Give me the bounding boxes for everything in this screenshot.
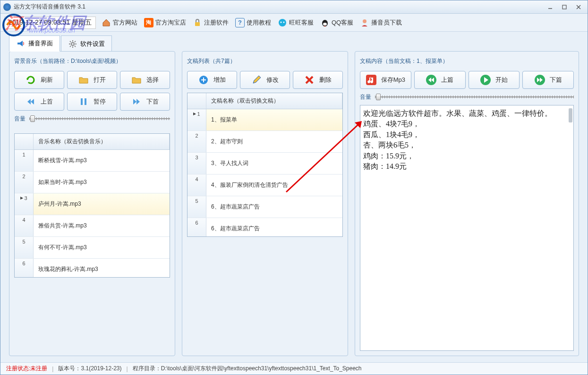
doc-name: 6、超市蔬菜店广告 — [206, 218, 342, 237]
prev-doc-button[interactable]: 上篇 — [414, 71, 466, 89]
col-music-name: 音乐名称（双击切换音乐） — [34, 134, 170, 149]
music-name: 如果当时-许嵩.mp3 — [34, 172, 170, 193]
music-row[interactable]: 6玫瑰花的葬礼-许嵩.mp3 — [15, 259, 170, 278]
row-number: 5 — [187, 196, 206, 218]
docs-grid: 文稿名称（双击切换文稿） 11、报菜单22、超市守则33、寻人找人词44、服装厂… — [187, 93, 343, 237]
play-icon — [480, 75, 491, 85]
next-icon — [131, 96, 142, 107]
doc-row[interactable]: 33、寻人找人词 — [187, 153, 342, 174]
delete-icon — [304, 75, 315, 85]
next-track-button[interactable]: 下首 — [120, 93, 170, 111]
pause-button[interactable]: 暂停 — [67, 93, 117, 111]
svg-line-20 — [75, 41, 76, 42]
megaphone-icon — [16, 39, 26, 48]
col-doc-name: 文稿名称（双击切换文稿） — [206, 93, 342, 109]
music-name: 玫瑰花的葬礼-许嵩.mp3 — [34, 259, 170, 278]
next-doc-button[interactable]: 下篇 — [522, 71, 574, 89]
doc-row[interactable]: 66、超市蔬菜店广告 — [187, 218, 342, 237]
svg-line-18 — [75, 46, 76, 47]
svg-rect-22 — [85, 98, 86, 105]
link-register[interactable]: 注册软件 — [193, 18, 229, 27]
col-num — [15, 134, 34, 149]
music-name: 断桥残雪-许嵩.mp3 — [34, 150, 170, 171]
music-row[interactable]: 2如果当时-许嵩.mp3 — [15, 172, 170, 193]
row-number: 3 — [15, 193, 34, 215]
music-row[interactable]: 3庐州月-许嵩.mp3 — [15, 193, 170, 215]
docs-grid-header: 文稿名称（双击切换文稿） — [187, 93, 342, 109]
bg-volume-slider[interactable] — [29, 114, 170, 123]
reg-status-value: 未注册 — [30, 365, 47, 373]
add-button[interactable]: 增加 — [187, 71, 237, 89]
minimize-button[interactable] — [544, 3, 556, 11]
tab-settings[interactable]: 软件设置 — [61, 35, 112, 52]
statusbar: 注册状态: 未注册 | 版本号：3.1(2019-12-23) | 程序目录：D… — [0, 362, 588, 375]
main-toolbar: 2019-12-27 09:03:51 星期五 官方网站 淘官方淘宝店 注册软件… — [0, 14, 588, 32]
open-button[interactable]: 打开 — [67, 71, 117, 89]
col-num — [187, 93, 206, 109]
svg-rect-1 — [562, 5, 566, 9]
doc-row[interactable]: 44、服装厂家倒闭清仓清货广告 — [187, 174, 342, 196]
music-grid: 音乐名称（双击切换音乐） 1断桥残雪-许嵩.mp32如果当时-许嵩.mp33庐州… — [14, 133, 170, 278]
select-button[interactable]: 选择 — [120, 71, 170, 89]
panel-content-title: 文稿内容（当前文稿：1、报菜单） — [360, 56, 574, 66]
bg-volume-label: 音量 — [14, 115, 26, 123]
qq-icon — [320, 18, 330, 27]
music-row[interactable]: 5有何不可-许嵩.mp3 — [15, 237, 170, 259]
titlebar: 远方文字转语音播音软件 3.1 — [0, 0, 588, 14]
svg-point-6 — [279, 19, 286, 26]
prev-track-button[interactable]: 上首 — [14, 93, 64, 111]
link-wangwang[interactable]: 旺旺客服 — [278, 18, 314, 27]
home-icon — [102, 18, 111, 27]
row-number: 1 — [15, 150, 34, 171]
music-name: 庐州月-许嵩.mp3 — [34, 193, 170, 215]
row-number: 6 — [187, 218, 206, 237]
svg-point-7 — [280, 21, 281, 23]
doc-row[interactable]: 22、超市守则 — [187, 131, 342, 153]
doc-row[interactable]: 56、超市蔬菜店广告 — [187, 196, 342, 218]
music-row[interactable]: 4雅俗共赏-许嵩.mp3 — [15, 215, 170, 237]
music-note-icon — [366, 75, 376, 85]
content-volume-label: 音量 — [360, 93, 371, 101]
content-volume-slider[interactable] — [375, 93, 574, 101]
panel-bg-title: 背景音乐（当前路径：D:\tools\桌面\视频） — [14, 56, 170, 66]
lock-icon — [193, 18, 202, 27]
tab-broadcast[interactable]: 播音界面 — [9, 35, 60, 52]
folder-open-icon — [78, 75, 89, 85]
refresh-icon — [26, 75, 36, 85]
close-button[interactable] — [572, 3, 585, 11]
content-area: 背景音乐（当前路径：D:\tools\桌面\视频） 刷新 打开 选择 上首 暂停… — [0, 51, 588, 362]
version-label: 版本号：3.1(2019-12-23) — [58, 365, 121, 373]
scrollbar-thumb[interactable] — [569, 108, 572, 122]
content-text: 欢迎光临远方软件超市。水果、蔬菜、鸡蛋、一律特价。 鸡蛋、4块7毛9， 西瓜、1… — [363, 108, 571, 172]
doc-name: 6、超市蔬菜店广告 — [206, 196, 342, 218]
content-volume-row: 音量 — [360, 93, 574, 101]
content-textarea[interactable]: 欢迎光临远方软件超市。水果、蔬菜、鸡蛋、一律特价。 鸡蛋、4块7毛9， 西瓜、1… — [360, 105, 574, 351]
app-window: 远方文字转语音播音软件 3.1 河东软件园 www.pc0359.cn 2019… — [0, 0, 588, 375]
svg-rect-5 — [195, 22, 200, 26]
doc-name: 2、超市守则 — [206, 131, 342, 152]
app-icon — [3, 3, 11, 11]
refresh-button[interactable]: 刷新 — [14, 71, 64, 89]
row-number: 4 — [187, 174, 206, 196]
help-icon: ? — [235, 18, 245, 27]
delete-button[interactable]: 删除 — [293, 71, 343, 89]
link-tutorial[interactable]: ?使用教程 — [235, 18, 271, 27]
link-announcer[interactable]: 播音员下载 — [360, 18, 402, 27]
reg-status-label: 注册状态: — [6, 365, 30, 373]
doc-name: 4、服装厂家倒闭清仓清货广告 — [206, 174, 342, 196]
row-number: 5 — [15, 237, 34, 258]
edit-button[interactable]: 修改 — [240, 71, 290, 89]
svg-rect-21 — [81, 98, 83, 105]
program-path: 程序目录：D:\tools\桌面\河东软件园\yftexttospeech31\… — [133, 365, 362, 373]
music-row[interactable]: 1断桥残雪-许嵩.mp3 — [15, 150, 170, 172]
start-button[interactable]: 开始 — [469, 71, 520, 89]
link-qq[interactable]: QQ客服 — [320, 18, 353, 27]
link-official-site[interactable]: 官方网站 — [102, 18, 137, 27]
prev-icon — [26, 96, 36, 107]
music-name: 雅俗共赏-许嵩.mp3 — [34, 215, 170, 236]
panel-docs-title: 文稿列表（共7篇） — [187, 56, 343, 66]
link-taobao[interactable]: 淘官方淘宝店 — [144, 18, 186, 27]
doc-row[interactable]: 11、报菜单 — [187, 109, 342, 131]
maximize-button[interactable] — [558, 3, 571, 11]
save-mp3-button[interactable]: 保存Mp3 — [360, 71, 411, 89]
